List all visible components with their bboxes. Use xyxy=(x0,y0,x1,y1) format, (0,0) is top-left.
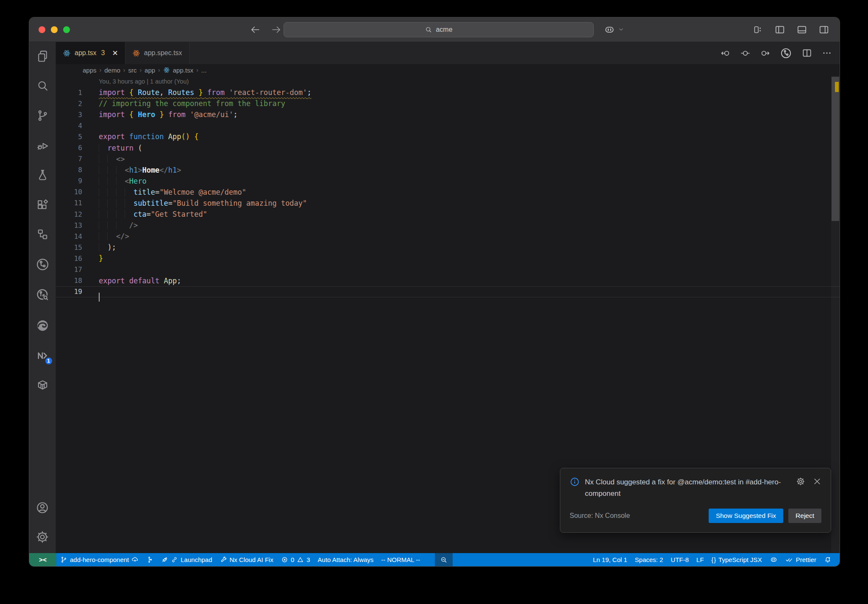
scrollbar-slider[interactable] xyxy=(832,77,839,221)
workspaces-icon[interactable] xyxy=(36,228,49,241)
line-number[interactable]: 5 xyxy=(56,133,82,141)
line-number[interactable]: 11 xyxy=(56,199,82,207)
code-line[interactable]: 4 xyxy=(56,120,840,131)
code-line[interactable]: 19 xyxy=(56,286,840,297)
encoding-status[interactable]: UTF-8 xyxy=(667,553,693,566)
line-number[interactable]: 18 xyxy=(56,277,82,285)
navigate-back-icon[interactable] xyxy=(250,24,261,35)
chevron-down-icon[interactable] xyxy=(618,26,624,33)
code-line[interactable]: 9 <Hero xyxy=(56,176,840,187)
code-line[interactable]: 7 <> xyxy=(56,154,840,165)
navigate-forward-icon[interactable] xyxy=(271,24,282,35)
language-mode-status[interactable]: { } TypeScript JSX xyxy=(708,553,766,566)
explorer-icon[interactable] xyxy=(36,50,49,63)
source-control-graph-icon[interactable] xyxy=(36,257,50,271)
containers-icon[interactable] xyxy=(36,379,49,392)
code-line[interactable]: 12 cta="Get Started" xyxy=(56,209,840,220)
code-area[interactable]: 1import { Route, Routes } from 'react-ro… xyxy=(56,87,840,297)
run-target-icon[interactable] xyxy=(780,47,792,59)
show-suggested-fix-button[interactable]: Show Suggested Fix xyxy=(709,509,783,523)
problems-status[interactable]: 0 3 xyxy=(277,553,314,566)
notification-close-icon[interactable] xyxy=(813,477,821,486)
code-line[interactable]: 5export function App() { xyxy=(56,131,840,142)
zoom-window-button[interactable] xyxy=(63,26,70,33)
code-line[interactable]: 18export default App; xyxy=(56,275,840,286)
code-editor[interactable]: You, 3 hours ago | 1 author (You) 1impor… xyxy=(56,76,840,553)
code-line[interactable]: 11 subtitle="Build something amazing tod… xyxy=(56,198,840,209)
git-branch-status[interactable]: add-hero-component xyxy=(56,553,142,566)
line-number[interactable]: 16 xyxy=(56,254,82,263)
source-control-graph-status[interactable] xyxy=(142,553,157,566)
notification-settings-icon[interactable] xyxy=(796,477,805,486)
zoom-out-status[interactable] xyxy=(435,553,453,566)
line-number[interactable]: 10 xyxy=(56,188,82,196)
code-line[interactable]: 2// importing the component from the lib… xyxy=(56,98,840,109)
code-line[interactable]: 13 /> xyxy=(56,220,840,231)
line-number[interactable]: 17 xyxy=(56,266,82,274)
line-number[interactable]: 14 xyxy=(56,232,82,240)
launchpad-status[interactable]: Launchpad xyxy=(157,553,216,566)
code-line[interactable]: 15 ); xyxy=(56,242,840,253)
search-sidebar-icon[interactable] xyxy=(36,79,49,92)
line-number[interactable]: 15 xyxy=(56,243,82,252)
nx-cloud-fix-status[interactable]: Nx Cloud AI Fix xyxy=(216,553,277,566)
line-number[interactable]: 3 xyxy=(56,111,82,119)
breadcrumb-item[interactable]: apps xyxy=(83,67,97,74)
toggle-panel-icon[interactable] xyxy=(796,24,807,35)
split-editor-icon[interactable] xyxy=(801,48,812,59)
code-line[interactable]: 16} xyxy=(56,253,840,264)
code-line[interactable]: 17 xyxy=(56,264,840,275)
code-line[interactable]: 10 title="Welcmoe @acme/demo" xyxy=(56,187,840,198)
toggle-secondary-sidebar-icon[interactable] xyxy=(818,24,829,35)
source-control-icon[interactable] xyxy=(36,109,49,122)
breadcrumb-item[interactable]: src xyxy=(128,67,136,74)
nx-console-icon[interactable]: 1 xyxy=(36,349,49,362)
navigate-current-edit-icon[interactable] xyxy=(740,48,751,59)
copilot-status[interactable] xyxy=(766,553,782,566)
line-number[interactable]: 2 xyxy=(56,100,82,108)
code-line[interactable]: 1import { Route, Routes } from 'react-ro… xyxy=(56,87,840,98)
extensions-icon[interactable] xyxy=(36,198,49,211)
code-line[interactable]: 3import { Hero } from '@acme/ui'; xyxy=(56,109,840,120)
toggle-primary-sidebar-icon[interactable] xyxy=(774,24,785,35)
git-history-icon[interactable] xyxy=(36,288,50,302)
breadcrumb-item[interactable]: demo xyxy=(104,67,120,74)
copilot-icon[interactable] xyxy=(604,24,615,36)
code-line[interactable]: 14 </> xyxy=(56,231,840,242)
tab-app-tsx[interactable]: app.tsx 3 ✕ xyxy=(56,42,125,64)
testing-icon[interactable] xyxy=(36,168,49,182)
line-number[interactable]: 13 xyxy=(56,221,82,229)
line-number[interactable]: 8 xyxy=(56,166,82,174)
line-number[interactable]: 1 xyxy=(56,89,82,97)
line-number[interactable]: 6 xyxy=(56,144,82,152)
edge-devtools-icon[interactable] xyxy=(36,319,50,333)
line-number[interactable]: 7 xyxy=(56,155,82,163)
auto-attach-status[interactable]: Auto Attach: Always xyxy=(314,553,378,566)
line-number[interactable]: 4 xyxy=(56,122,82,130)
breadcrumb-file[interactable]: app.tsx xyxy=(173,67,193,74)
more-actions-icon[interactable] xyxy=(822,48,832,58)
cursor-position-status[interactable]: Ln 19, Col 1 xyxy=(589,553,631,566)
navigate-forward-edit-icon[interactable] xyxy=(760,48,771,59)
notifications-bell-status[interactable] xyxy=(820,553,835,566)
search-input[interactable]: acme xyxy=(284,22,594,37)
close-tab-icon[interactable]: ✕ xyxy=(112,49,118,58)
vim-mode-status[interactable]: -- NORMAL -- xyxy=(377,553,424,566)
line-number[interactable]: 19 xyxy=(56,288,82,296)
minimize-window-button[interactable] xyxy=(51,26,58,33)
settings-gear-icon[interactable] xyxy=(36,530,49,544)
run-and-debug-icon[interactable] xyxy=(36,139,49,152)
prettier-status[interactable]: Prettier xyxy=(782,553,820,566)
indentation-status[interactable]: Spaces: 2 xyxy=(631,553,667,566)
code-line[interactable]: 8 <h1>Home</h1> xyxy=(56,165,840,176)
reject-button[interactable]: Reject xyxy=(788,509,821,523)
account-icon[interactable] xyxy=(36,501,49,515)
code-line[interactable]: 6 return ( xyxy=(56,142,840,153)
line-number[interactable]: 12 xyxy=(56,210,82,218)
navigate-back-edit-icon[interactable] xyxy=(720,48,731,59)
breadcrumb-item[interactable]: app xyxy=(145,67,155,74)
eol-status[interactable]: LF xyxy=(693,553,708,566)
tab-app-spec-tsx[interactable]: app.spec.tsx xyxy=(125,42,189,64)
breadcrumb-more[interactable]: ... xyxy=(201,67,207,74)
line-number[interactable]: 9 xyxy=(56,177,82,185)
